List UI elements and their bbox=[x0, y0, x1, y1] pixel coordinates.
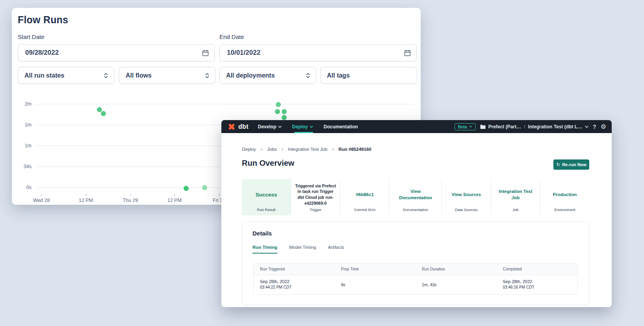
card-documentation: View Documentation Documentation bbox=[390, 179, 442, 215]
nav-item-label: Deploy bbox=[292, 124, 308, 130]
tab-artifacts[interactable]: Artifacts bbox=[328, 245, 344, 254]
flow-run-dot[interactable] bbox=[275, 109, 280, 114]
job-link[interactable]: Integration Test Job bbox=[495, 188, 536, 201]
breadcrumb-job-name[interactable]: Integration Test Job bbox=[288, 147, 327, 152]
nav-item-documentation[interactable]: Documentation bbox=[323, 124, 358, 130]
dbt-logo[interactable]: dbt bbox=[228, 123, 249, 131]
rerun-now-label: Re-run Now bbox=[562, 162, 586, 167]
card-label: Run Result bbox=[242, 207, 291, 215]
cell-run-duration: 1m, 43s bbox=[416, 279, 497, 289]
card-label: Job bbox=[491, 207, 540, 215]
table-row: Sep 28th, 2022 03:44:22 PM CDT 9s 1m, 43… bbox=[254, 275, 577, 294]
card-environment: Production Environment bbox=[540, 179, 589, 215]
desktop-canvas: Flow Runs Start Date 09/28/2022 End Date… bbox=[0, 0, 644, 326]
col-header-run-duration: Run Duration bbox=[416, 267, 497, 271]
beta-dropdown[interactable]: Beta bbox=[455, 123, 476, 130]
breadcrumb: Deploy > Jobs > Integration Test Job > R… bbox=[242, 147, 371, 152]
nav-item-label: Develop bbox=[258, 124, 277, 130]
run-triggered-date: Sep 28th, 2022 bbox=[260, 279, 335, 284]
table-header-row: Run Triggered Prep Time Run Duration Com… bbox=[254, 263, 577, 275]
flow-run-dot[interactable] bbox=[282, 115, 287, 120]
card-data-sources: View Sources Data Sources bbox=[442, 179, 491, 215]
help-icon[interactable]: ? bbox=[593, 124, 596, 130]
flow-run-dot[interactable] bbox=[282, 109, 287, 114]
nav-item-label: Documentation bbox=[323, 124, 358, 130]
completed-date: Sep 28th, 2022 bbox=[503, 279, 578, 284]
refresh-icon: ↻ bbox=[556, 162, 560, 167]
flow-run-dot[interactable] bbox=[184, 186, 189, 191]
chevron-down-icon bbox=[310, 126, 313, 128]
card-commit-sha: #6b86c1 Commit SHA bbox=[340, 179, 390, 215]
tab-model-timing[interactable]: Model Timing bbox=[289, 245, 316, 254]
environment-link[interactable]: Production bbox=[553, 191, 577, 198]
chevron-down-icon bbox=[469, 126, 472, 128]
view-documentation-link[interactable]: View Documentation bbox=[399, 188, 432, 201]
dbt-top-navbar: dbt Develop Deploy Documentation Beta bbox=[221, 120, 612, 133]
navbar-right-group: Beta Prefect (Part… / Integration Test (… bbox=[455, 123, 606, 130]
project-environment-switcher[interactable]: Prefect (Part… / Integration Test (dbt L… bbox=[480, 124, 588, 130]
flow-run-dot[interactable] bbox=[202, 185, 207, 190]
environment-name: Integration Test (dbt L… bbox=[528, 124, 582, 130]
details-panel: Details Run Timing Model Timing Artifact… bbox=[242, 222, 589, 305]
rerun-now-button[interactable]: ↻ Re-run Now bbox=[553, 159, 589, 170]
run-summary-cards: Success Run Result Triggered via Prefect… bbox=[242, 179, 589, 215]
card-label: Environment bbox=[540, 207, 589, 215]
nav-item-develop[interactable]: Develop bbox=[258, 124, 282, 130]
card-run-result: Success Run Result bbox=[242, 179, 291, 215]
breadcrumb-separator-icon: > bbox=[281, 147, 284, 152]
gear-icon[interactable]: ⚙ bbox=[601, 124, 606, 130]
card-label: Commit SHA bbox=[340, 207, 389, 215]
details-tabs: Run Timing Model Timing Artifacts bbox=[252, 245, 344, 254]
completed-time: 03:46:16 PM CDT bbox=[503, 285, 578, 289]
prep-time-value: 9s bbox=[341, 282, 416, 287]
beta-label: Beta bbox=[458, 124, 467, 129]
folder-icon bbox=[480, 124, 486, 129]
col-header-completed: Completed bbox=[497, 267, 578, 271]
chevron-down-icon bbox=[278, 126, 282, 128]
cell-prep-time: 9s bbox=[335, 279, 416, 289]
project-name: Prefect (Part… bbox=[488, 124, 521, 130]
dbt-cloud-window: dbt Develop Deploy Documentation Beta bbox=[221, 120, 612, 307]
card-job: Integration Test Job Job bbox=[491, 179, 540, 215]
breadcrumb-deploy[interactable]: Deploy bbox=[242, 147, 256, 152]
breadcrumb-separator-icon: > bbox=[332, 147, 334, 152]
card-label: Documentation bbox=[390, 207, 442, 215]
breadcrumb-separator-icon: > bbox=[260, 147, 263, 152]
dbt-logo-text: dbt bbox=[238, 123, 249, 130]
cell-run-triggered: Sep 28th, 2022 03:44:22 PM CDT bbox=[254, 279, 335, 289]
chevron-down-icon bbox=[585, 126, 588, 128]
commit-sha-link[interactable]: #6b86c1 bbox=[356, 191, 373, 198]
run-result-value: Success bbox=[256, 192, 277, 198]
breadcrumb-jobs[interactable]: Jobs bbox=[267, 147, 277, 152]
flow-run-dot[interactable] bbox=[97, 107, 102, 112]
col-header-prep-time: Prep Time bbox=[335, 267, 416, 271]
nav-item-deploy[interactable]: Deploy bbox=[292, 124, 313, 130]
card-label: Trigger bbox=[291, 207, 340, 215]
view-sources-link[interactable]: View Sources bbox=[452, 191, 481, 198]
dbt-logo-icon bbox=[228, 123, 236, 131]
col-header-run-triggered: Run Triggered bbox=[254, 267, 335, 271]
run-overview-title: Run Overview bbox=[242, 159, 294, 168]
run-duration-value: 1m, 43s bbox=[422, 282, 497, 287]
cell-completed: Sep 28th, 2022 03:46:16 PM CDT bbox=[497, 279, 578, 289]
breadcrumb-current-run: Run #85249160 bbox=[339, 147, 371, 152]
run-timing-table: Run Triggered Prep Time Run Duration Com… bbox=[253, 263, 578, 295]
card-trigger: Triggered via Prefect in task run Trigge… bbox=[291, 179, 340, 215]
card-label: Data Sources bbox=[442, 207, 491, 215]
active-nav-underline bbox=[294, 132, 313, 133]
project-separator: / bbox=[524, 124, 525, 130]
trigger-value: Triggered via Prefect in task run Trigge… bbox=[295, 183, 336, 206]
details-title: Details bbox=[252, 230, 272, 237]
tab-run-timing[interactable]: Run Timing bbox=[252, 245, 277, 254]
run-triggered-time: 03:44:22 PM CDT bbox=[260, 285, 335, 289]
flow-run-dot[interactable] bbox=[276, 102, 281, 107]
flow-run-dot[interactable] bbox=[101, 111, 106, 116]
